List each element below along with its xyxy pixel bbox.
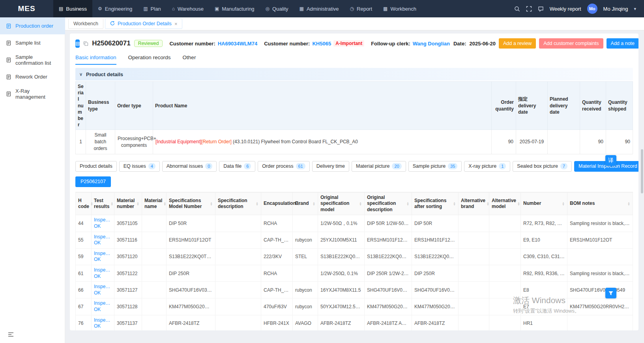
sort-icon[interactable]: ▲▼ bbox=[406, 202, 409, 206]
table-row[interactable]: 67Inspection OK30571128KM477M050G20RR0V.… bbox=[76, 298, 633, 315]
add-customer-complaints-button[interactable]: Add customer complaints bbox=[539, 38, 603, 49]
cell-encapsulation: RCHA bbox=[261, 215, 293, 232]
column-header-original-specification-model[interactable]: Original specification model▲▼ bbox=[318, 192, 365, 215]
table-row[interactable]: 59Inspection OK30571120S13B1E222KQ0T0S0N… bbox=[76, 248, 633, 265]
record-tab-delivery-time[interactable]: Delivery time bbox=[312, 161, 349, 172]
sidebar-item-sample-list[interactable]: Sample list bbox=[0, 34, 65, 51]
column-header-specification-description[interactable]: Specification description▲▼ bbox=[215, 192, 261, 215]
sidebar-item-sample-confirmation-list[interactable]: Sample confirmation list bbox=[0, 51, 65, 68]
sort-icon[interactable]: ▲▼ bbox=[313, 202, 315, 206]
nav-item-workbench[interactable]: ▩Workbench bbox=[378, 0, 422, 17]
cell-test-results: Inspection OK bbox=[92, 282, 114, 298]
sort-icon[interactable]: ▲▼ bbox=[517, 202, 520, 206]
sort-icon[interactable]: ▲▼ bbox=[453, 202, 456, 206]
sort-icon[interactable]: ▲▼ bbox=[90, 202, 93, 206]
batch-tab[interactable]: P25062107 bbox=[75, 176, 111, 187]
column-header-test-results[interactable]: Test results▲▼ bbox=[92, 192, 114, 215]
sort-icon[interactable]: ▲▼ bbox=[487, 202, 489, 206]
column-label: Brand bbox=[295, 201, 309, 207]
cell-original-specification-model: S13B1E222KQ0T0S0N0 bbox=[318, 248, 365, 265]
tab-workbench[interactable]: Workbench bbox=[68, 19, 103, 29]
copy-icon[interactable] bbox=[83, 41, 88, 46]
sidebar-item-rework-order[interactable]: Rework Order bbox=[0, 68, 65, 85]
sort-icon[interactable]: ▲▼ bbox=[137, 202, 139, 206]
fullscreen-icon[interactable] bbox=[526, 6, 532, 12]
inspection-table-header-row: H code▲▼Test results▲▼Material number▲▼M… bbox=[76, 192, 633, 215]
sort-icon[interactable]: ▲▼ bbox=[359, 202, 362, 206]
nav-item-quality[interactable]: ◎Quality bbox=[260, 0, 294, 17]
user-name[interactable]: Mo Jinqing bbox=[603, 6, 628, 12]
close-icon[interactable]: × bbox=[174, 21, 178, 27]
sidebar-collapse-icon[interactable] bbox=[8, 332, 14, 338]
column-header-specifications-model-number[interactable]: Specifications Model Number▲▼ bbox=[167, 192, 215, 215]
record-tab-order-process[interactable]: Order process61 bbox=[258, 161, 309, 172]
record-tab-x-ray-picture[interactable]: X-ray picture1 bbox=[464, 161, 510, 172]
record-tab-product-details[interactable]: Product details bbox=[75, 161, 117, 172]
cell-number: HR1 bbox=[521, 315, 567, 330]
filter-button[interactable] bbox=[605, 288, 616, 298]
sidebar-item-production-order[interactable]: Production order bbox=[0, 17, 65, 34]
record-tab-sample-picture[interactable]: Sample picture35 bbox=[408, 161, 462, 172]
sidebar-item-x-ray-management[interactable]: X-Ray management bbox=[0, 85, 65, 102]
content-area: ▤ H250620071 Reviewed Customer number: H… bbox=[65, 30, 644, 343]
tab-operation-records[interactable]: Operation records bbox=[128, 54, 171, 65]
column-header-alternative-model[interactable]: Alternative model▲▼ bbox=[489, 192, 521, 215]
weekly-report-link[interactable]: Weekly report bbox=[550, 6, 581, 12]
clerk-link[interactable]: Wang Donglian bbox=[413, 41, 450, 47]
refresh-icon[interactable] bbox=[110, 21, 115, 27]
column-header-h-code[interactable]: H code▲▼ bbox=[76, 192, 92, 215]
nav-item-business[interactable]: ▤Business bbox=[53, 0, 92, 17]
message-icon[interactable] bbox=[538, 6, 544, 12]
sort-icon[interactable]: ▲▼ bbox=[562, 202, 565, 206]
table-row[interactable]: 44Inspection OK30571105DIP 50RRCHA1/2W-5… bbox=[76, 215, 633, 232]
table-row[interactable]: 55Inspection OK30571116ERS1HM101F12OTCAP… bbox=[76, 232, 633, 248]
nav-item-warehouse[interactable]: ⌂Warehouse bbox=[167, 0, 209, 17]
cell-specifications-after-sorting: DIP 250R bbox=[412, 265, 459, 282]
tab-other[interactable]: Other bbox=[183, 54, 196, 65]
column-label: Specifications Model Number bbox=[169, 198, 209, 210]
column-header-original-specification-description[interactable]: Original specification description▲▼ bbox=[365, 192, 412, 215]
nav-item-manufacturing[interactable]: ▣Manufacturing bbox=[209, 0, 260, 17]
record-tab-sealed-box-picture[interactable]: Sealed box picture7 bbox=[513, 161, 572, 172]
search-icon[interactable] bbox=[514, 6, 520, 12]
column-header-alternative-brand[interactable]: Alternative brand▲▼ bbox=[459, 192, 489, 215]
administrative-icon: ▦ bbox=[300, 6, 304, 11]
column-header-bom-notes[interactable]: BOM notes▲▼ bbox=[567, 192, 633, 215]
table-row[interactable]: 66Inspection OK30571127SHG470UF16V03EC05… bbox=[76, 282, 633, 298]
product-details-section-header[interactable]: ∨ Product details bbox=[75, 68, 633, 81]
sort-icon[interactable]: ▲▼ bbox=[256, 202, 258, 206]
add-note-button[interactable]: Add a note bbox=[607, 38, 638, 49]
add-review-button[interactable]: Add a review bbox=[499, 38, 536, 49]
column-header-number[interactable]: Number▲▼ bbox=[521, 192, 567, 215]
record-tab-material-picture[interactable]: Material picture20 bbox=[352, 161, 406, 172]
tab-production-order-details[interactable]: Production Order Details × bbox=[105, 19, 182, 29]
record-tab-eq-issues[interactable]: EQ issues4 bbox=[119, 161, 160, 172]
tab-basic-information[interactable]: Basic information bbox=[75, 54, 116, 65]
sort-icon[interactable]: ▲▼ bbox=[163, 202, 166, 206]
inspection-table-wrap: H code▲▼Test results▲▼Material number▲▼M… bbox=[75, 192, 633, 330]
column-header-material-name[interactable]: Material name▲▼ bbox=[142, 192, 167, 215]
record-tab-data-file[interactable]: Data file6 bbox=[219, 161, 255, 172]
workbench-icon: ▩ bbox=[383, 6, 388, 11]
table-row[interactable]: 61Inspection OK30571122DIP 250RRCHA1/2W-… bbox=[76, 265, 633, 282]
table-row[interactable]: 76Inspection OK30571137AFBR-2418TZHFBR-2… bbox=[76, 315, 633, 330]
sort-icon[interactable]: ▲▼ bbox=[210, 202, 213, 206]
column-header-material-number[interactable]: Material number▲▼ bbox=[114, 192, 142, 215]
report-icon: ◷ bbox=[350, 6, 354, 11]
column-header-brand[interactable]: Brand▲▼ bbox=[293, 192, 318, 215]
translate-button[interactable]: 译 bbox=[605, 155, 616, 166]
record-tab-abnormal-issues[interactable]: Abnormal issues0 bbox=[162, 161, 217, 172]
chevron-down-icon[interactable]: ▾ bbox=[634, 6, 636, 11]
avatar[interactable]: Mo bbox=[587, 4, 597, 14]
sort-icon[interactable]: ▲▼ bbox=[627, 202, 630, 206]
column-header-specifications-after-sorting[interactable]: Specifications after sorting▲▼ bbox=[412, 192, 459, 215]
customer-number-link[interactable]: HA69034WLM74 bbox=[218, 41, 257, 47]
nav-item-engineering[interactable]: ⚙Engineering bbox=[92, 0, 138, 17]
column-header-encapsulation[interactable]: Encapsulation▲▼ bbox=[261, 192, 293, 215]
vertical-scrollbar[interactable] bbox=[641, 149, 643, 193]
sort-icon[interactable]: ▲▼ bbox=[110, 202, 113, 206]
customer-number-link[interactable]: KH5065 bbox=[312, 41, 331, 47]
nav-item-administrative[interactable]: ▦Administrative bbox=[294, 0, 344, 17]
nav-item-plan[interactable]: ▥Plan bbox=[138, 0, 166, 17]
nav-item-report[interactable]: ◷Report bbox=[344, 0, 378, 17]
